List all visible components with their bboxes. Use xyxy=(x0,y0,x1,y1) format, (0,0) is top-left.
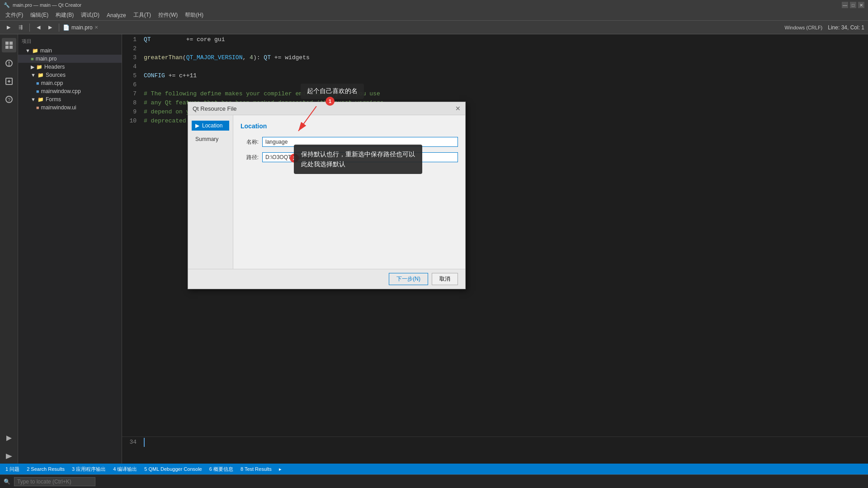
tab-compile[interactable]: 4 编译输出 xyxy=(111,465,139,474)
app-icon: 🔧 xyxy=(4,2,10,8)
toolbar-separator-2 xyxy=(59,23,59,32)
dialog-cancel-button[interactable]: 取消 xyxy=(432,273,458,285)
svg-text:?: ? xyxy=(7,97,10,103)
sidebar-icon-design[interactable] xyxy=(2,74,16,89)
tree-file-mainwindow-cpp[interactable]: ■ mainwindow.cpp xyxy=(18,87,122,95)
line-col-label: Line: 34, Col: 1 xyxy=(828,24,864,31)
tab-issues[interactable]: 1 问题 xyxy=(4,465,21,474)
title-bar-controls: — □ ✕ xyxy=(842,2,864,8)
file-tab-close[interactable]: ✕ xyxy=(94,25,98,30)
left-icon-panel: ? xyxy=(0,34,18,464)
chevron-down-sources-icon: ▼ xyxy=(31,72,36,78)
file-icon-tab: 📄 xyxy=(63,24,70,31)
menu-tools[interactable]: 工具(T) xyxy=(130,10,155,20)
dialog-name-input[interactable] xyxy=(262,137,458,147)
menu-debug[interactable]: 调试(D) xyxy=(77,10,103,20)
tree-header: 项目 xyxy=(18,36,122,47)
line-numbers: 1 2 3 4 5 6 7 8 9 10 xyxy=(122,34,140,436)
dialog-path-label: 路径: xyxy=(241,154,259,161)
dialog-section-title: Location xyxy=(241,122,458,130)
menu-help[interactable]: 帮助(H) xyxy=(181,10,207,20)
dialog-content: Location 名称: 路径: xyxy=(233,115,465,269)
dialog-title-bar: Qt Resource File ✕ xyxy=(188,102,465,115)
bottom-tabs-bar: 1 问题 2 Search Results 3 应用程序输出 4 编译输出 5 … xyxy=(0,464,868,474)
sidebar-icon-debug[interactable] xyxy=(2,56,16,70)
dialog-path-input[interactable] xyxy=(262,152,458,162)
forward-button[interactable]: ▶ xyxy=(45,23,55,32)
svg-rect-3 xyxy=(9,46,13,49)
file-mainwindow-ui-label: mainwindow.ui xyxy=(41,104,76,111)
svg-marker-13 xyxy=(6,454,12,459)
tab-test[interactable]: 8 Test Results xyxy=(239,465,274,473)
tree-file-main-cpp[interactable]: ■ main.cpp xyxy=(18,79,122,87)
file-pro-icon: ■ xyxy=(31,56,34,61)
folder-forms-label: Forms xyxy=(46,96,61,103)
tab-search[interactable]: 2 Search Results xyxy=(25,465,66,473)
tab-summary[interactable]: 6 概要信息 xyxy=(208,465,235,474)
dialog-body: ▶ Location Summary Location 名称: 路径: xyxy=(188,115,465,269)
sidebar-icon-build[interactable] xyxy=(2,431,16,446)
menu-bar: 文件(F) 编辑(E) 构建(B) 调试(D) Analyze 工具(T) 控件… xyxy=(0,10,868,21)
svg-point-6 xyxy=(8,65,9,66)
dialog-nav-summary[interactable]: Summary xyxy=(192,134,229,144)
sidebar-icon-run-debug[interactable] xyxy=(2,449,16,464)
locate-input[interactable] xyxy=(14,477,95,486)
nav-summary-label: Summary xyxy=(195,136,218,142)
dialog-next-button[interactable]: 下一步(N) xyxy=(389,273,428,285)
run-button[interactable]: ▶ xyxy=(4,23,14,32)
file-mainwindow-cpp-label: mainwindow.cpp xyxy=(41,88,81,94)
location-arrow-icon: ▶ xyxy=(195,122,199,129)
file-ui-icon: ■ xyxy=(36,105,39,110)
dialog-name-field: 名称: xyxy=(241,137,458,147)
folder-sources-icon: 📁 xyxy=(38,72,44,78)
step-button[interactable]: ⇶ xyxy=(15,23,26,32)
folder-icon: 📁 xyxy=(32,48,38,54)
svg-rect-0 xyxy=(5,42,9,45)
nav-location-label: Location xyxy=(202,122,222,129)
file-tree-panel: 项目 ▼ 📁 main ■ main.pro ▶ 📁 Headers ▼ 📁 S… xyxy=(18,34,122,464)
line-ending-label: Windows (CRLF) xyxy=(785,25,823,30)
dialog-close-button[interactable]: ✕ xyxy=(455,105,461,112)
tab-qml-debug[interactable]: 5 QML Debugger Console xyxy=(142,465,203,473)
dialog-name-label: 名称: xyxy=(241,138,259,146)
toolbar-separator xyxy=(29,23,30,32)
dialog-nav-location[interactable]: ▶ Location xyxy=(192,121,229,131)
chevron-down-forms-icon: ▼ xyxy=(31,97,36,102)
tab-app-output[interactable]: 3 应用程序输出 xyxy=(70,465,108,474)
sidebar-icon-help[interactable]: ? xyxy=(2,92,16,107)
title-bar-left: 🔧 main.pro — main — Qt Creator xyxy=(4,2,81,8)
dialog-path-field: 路径: xyxy=(241,152,458,162)
folder-headers-label: Headers xyxy=(44,64,65,70)
sidebar-icon-project[interactable] xyxy=(2,38,16,52)
tree-folder-sources[interactable]: ▼ 📁 Sources xyxy=(18,71,122,79)
svg-rect-1 xyxy=(9,42,13,45)
tree-folder-forms[interactable]: ▼ 📁 Forms xyxy=(18,95,122,103)
tree-folder-main[interactable]: ▼ 📁 main xyxy=(18,47,122,55)
folder-forms-icon: 📁 xyxy=(38,97,44,103)
chevron-right-icon: ▶ xyxy=(31,64,34,70)
menu-build[interactable]: 构建(B) xyxy=(52,10,77,20)
file-main-pro-label: main.pro xyxy=(36,56,57,62)
menu-edit[interactable]: 编辑(E) xyxy=(27,10,52,20)
folder-sources-label: Sources xyxy=(46,72,66,78)
close-button[interactable]: ✕ xyxy=(858,2,864,8)
tab-arrow[interactable]: ▸ xyxy=(277,465,283,473)
maximize-button[interactable]: □ xyxy=(850,2,856,8)
bottom-code-content xyxy=(140,437,868,464)
menu-analyze[interactable]: Analyze xyxy=(103,11,130,19)
chevron-down-icon: ▼ xyxy=(25,48,30,53)
qt-resource-dialog[interactable]: Qt Resource File ✕ ▶ Location Summary Lo… xyxy=(188,102,466,289)
menu-controls[interactable]: 控件(W) xyxy=(155,10,181,20)
tree-file-mainwindow-ui[interactable]: ■ mainwindow.ui xyxy=(18,103,122,112)
svg-marker-12 xyxy=(6,436,12,441)
window-title: main.pro — main — Qt Creator xyxy=(13,2,81,8)
title-bar: 🔧 main.pro — main — Qt Creator — □ ✕ xyxy=(0,0,868,10)
menu-file[interactable]: 文件(F) xyxy=(2,10,27,20)
tree-file-main-pro[interactable]: ■ main.pro xyxy=(18,55,122,63)
tree-folder-headers[interactable]: ▶ 📁 Headers xyxy=(18,63,122,71)
minimize-button[interactable]: — xyxy=(842,2,848,8)
bottom-line-numbers: 34 xyxy=(122,437,140,464)
file-main-cpp-label: main.cpp xyxy=(41,80,63,86)
search-icon: 🔍 xyxy=(4,479,10,485)
back-button[interactable]: ◀ xyxy=(33,23,43,32)
